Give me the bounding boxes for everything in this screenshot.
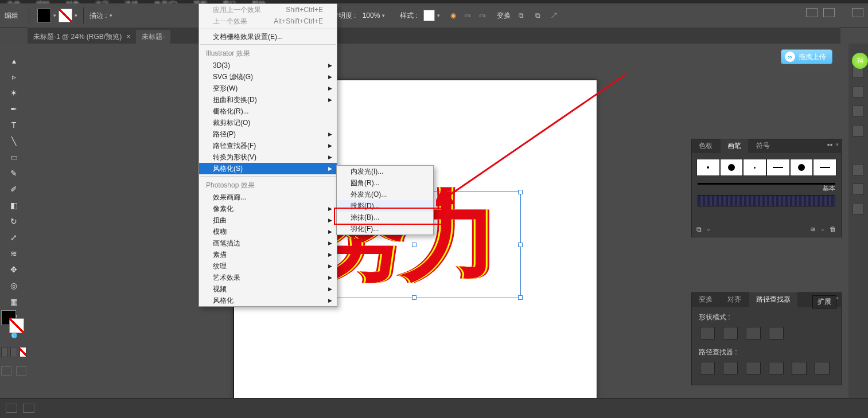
menu-stylize2[interactable]: 风格化▶ bbox=[199, 295, 337, 306]
brush-stroke-preview[interactable] bbox=[698, 183, 835, 185]
crop-icon[interactable] bbox=[769, 362, 784, 374]
submenu-outer-glow[interactable]: 外发光(O)... bbox=[337, 189, 433, 200]
menu-path[interactable]: 路径(P)▶ bbox=[199, 128, 337, 140]
close-icon[interactable]: × bbox=[836, 142, 839, 147]
free-transform-tool-icon[interactable]: ✥ bbox=[8, 264, 20, 275]
chevron-down-icon[interactable]: ▾ bbox=[437, 13, 440, 18]
submenu-inner-glow[interactable]: 内发光(I)... bbox=[337, 166, 433, 177]
misc-icons[interactable]: ⧉ ⧉ ↗ bbox=[519, 11, 562, 19]
panel-icon[interactable] bbox=[853, 86, 864, 97]
menu-svg-filters[interactable]: SVG 滤镜(G)▶ bbox=[199, 71, 337, 83]
stylize-submenu[interactable]: 内发光(I)... 圆角(R)... 外发光(O)... 投影(D)... 涂抹… bbox=[336, 165, 434, 235]
menu-video[interactable]: 视频▶ bbox=[199, 283, 337, 295]
chevron-down-icon[interactable]: ▾ bbox=[382, 13, 385, 18]
pathfinder-panel[interactable]: ◂◂× 变换 对齐 路径查找器 形状模式 : 扩展 路径查找器 : bbox=[691, 292, 842, 385]
fill-swatch[interactable] bbox=[37, 9, 51, 22]
panel-tab-align[interactable]: 对齐 bbox=[721, 292, 748, 307]
menu-crop-marks[interactable]: 裁剪标记(O) bbox=[199, 117, 337, 128]
panel-collapse-icon[interactable]: ◂◂ bbox=[827, 142, 832, 147]
menu-effect-gallery[interactable]: 效果画廊... bbox=[199, 192, 337, 203]
recolor-icon[interactable]: ◉ bbox=[450, 11, 456, 19]
menu-pathfinder[interactable]: 路径查找器(F)▶ bbox=[199, 140, 337, 151]
menu-doc-raster-settings[interactable]: 文档栅格效果设置(E)... bbox=[199, 31, 337, 42]
rectangle-tool-icon[interactable]: ▭ bbox=[8, 151, 20, 163]
fill-stroke-indicator[interactable] bbox=[1, 310, 24, 333]
panel-tab-pathfinder[interactable]: 路径查找器 bbox=[749, 292, 797, 307]
menu-brush-strokes[interactable]: 画笔描边▶ bbox=[199, 237, 337, 249]
pen-tool-icon[interactable]: ✒ bbox=[8, 103, 20, 115]
new-brush-icon[interactable]: ▫ bbox=[822, 225, 824, 233]
brush-preset[interactable] bbox=[720, 159, 744, 176]
eraser-tool-icon[interactable]: ◧ bbox=[8, 200, 20, 211]
menu-pixelate[interactable]: 像素化▶ bbox=[199, 203, 337, 214]
submenu-round-corners[interactable]: 圆角(R)... bbox=[337, 177, 433, 189]
chevron-down-icon[interactable]: ▾ bbox=[110, 13, 112, 18]
close-icon[interactable]: × bbox=[126, 33, 130, 41]
menu-convert-to-shape[interactable]: 转换为形状(V)▶ bbox=[199, 151, 337, 163]
unite-icon[interactable] bbox=[700, 327, 715, 339]
shape-builder-tool-icon[interactable]: ◎ bbox=[8, 280, 20, 291]
outline-icon[interactable] bbox=[792, 362, 807, 374]
color-mode-icon[interactable] bbox=[1, 347, 8, 357]
panel-icon[interactable] bbox=[853, 183, 864, 195]
mesh-tool-icon[interactable]: ▦ bbox=[8, 296, 20, 307]
brush-preset-row[interactable] bbox=[696, 159, 836, 176]
line-tool-icon[interactable]: ╲ bbox=[8, 135, 20, 147]
scale-tool-icon[interactable]: ⤢ bbox=[8, 232, 20, 243]
menu-blur[interactable]: 模糊▶ bbox=[199, 226, 337, 237]
brush-preset[interactable] bbox=[766, 159, 790, 176]
brush-preset[interactable] bbox=[813, 159, 836, 176]
brushes-panel[interactable]: ◂◂× 色板 画笔 符号 基本 ⧉ ▫ ≋ ▫ 🗑 bbox=[691, 139, 842, 237]
width-tool-icon[interactable]: ≋ bbox=[8, 248, 20, 259]
menu-stylize[interactable]: 风格化(S)▶ bbox=[199, 163, 337, 174]
panel-icon[interactable] bbox=[853, 203, 864, 214]
menu-sketch[interactable]: 素描▶ bbox=[199, 249, 337, 260]
menu-artistic[interactable]: 艺术效果▶ bbox=[199, 272, 337, 283]
stroke-swatch[interactable] bbox=[59, 9, 72, 22]
merge-icon[interactable] bbox=[746, 362, 761, 374]
screen-mode-icon[interactable] bbox=[16, 366, 26, 376]
direct-selection-tool-icon[interactable]: ▹ bbox=[8, 71, 20, 83]
brush-preset[interactable] bbox=[743, 159, 766, 176]
panel-icon[interactable] bbox=[853, 125, 864, 136]
exclude-icon[interactable] bbox=[769, 327, 784, 339]
brush-preset[interactable] bbox=[696, 159, 720, 176]
fill-chevron-icon[interactable]: ▾ bbox=[53, 13, 56, 18]
panel-tab-transform[interactable]: 变换 bbox=[692, 292, 719, 307]
transform-link[interactable]: 变换 bbox=[497, 11, 511, 21]
menu-3d[interactable]: 3D(3)▶ bbox=[199, 60, 337, 71]
menu-texture[interactable]: 纹理▶ bbox=[199, 260, 337, 272]
stroke-indicator[interactable] bbox=[9, 318, 24, 333]
effect-menu[interactable]: 应用上一个效果Shift+Ctrl+E 上一个效果Alt+Shift+Ctrl+… bbox=[198, 3, 337, 307]
style-swatch[interactable] bbox=[423, 10, 435, 21]
menu-distort-transform[interactable]: 扭曲和变换(D)▶ bbox=[199, 94, 337, 106]
panel-tab-swatches[interactable]: 色板 bbox=[692, 139, 719, 153]
status-badge[interactable]: 74 bbox=[852, 53, 868, 69]
selection-tool-icon[interactable]: ▴ bbox=[8, 55, 20, 67]
options-icon[interactable]: ≋ bbox=[810, 225, 816, 233]
document-tab-2[interactable]: 未标题- bbox=[136, 30, 170, 44]
style-control[interactable]: 样式 : ▾ bbox=[400, 10, 440, 21]
intersect-icon[interactable] bbox=[746, 327, 761, 339]
submenu-drop-shadow[interactable]: 投影(D)... bbox=[337, 200, 433, 212]
stroke-chevron-icon[interactable]: ▾ bbox=[75, 13, 77, 18]
pattern-brush-row[interactable] bbox=[698, 195, 835, 206]
minus-front-icon[interactable] bbox=[723, 327, 738, 339]
panel-toggle-icon[interactable] bbox=[806, 8, 818, 17]
none-mode-icon[interactable] bbox=[20, 347, 26, 357]
library-icon[interactable]: ⧉ bbox=[696, 225, 702, 233]
panel-icon[interactable] bbox=[853, 106, 864, 117]
panel-toggle-icon[interactable] bbox=[823, 8, 835, 17]
submenu-feather[interactable]: 羽化(F)... bbox=[337, 223, 433, 235]
type-tool-icon[interactable]: T bbox=[8, 119, 20, 131]
divide-icon[interactable] bbox=[700, 362, 715, 374]
menu-distort2[interactable]: 扭曲▶ bbox=[199, 214, 337, 226]
document-tab-1[interactable]: 未标题-1 @ 24% (RGB/预览) × bbox=[28, 30, 136, 44]
trash-icon[interactable]: 🗑 bbox=[830, 225, 836, 233]
menu-warp[interactable]: 变形(W)▶ bbox=[199, 83, 337, 94]
screen-mode-icon[interactable] bbox=[23, 404, 34, 413]
paintbrush-tool-icon[interactable]: ✎ bbox=[8, 167, 20, 179]
workspace-icon[interactable] bbox=[852, 8, 863, 17]
brush-preset[interactable] bbox=[790, 159, 813, 176]
pencil-tool-icon[interactable]: ✐ bbox=[8, 183, 20, 195]
